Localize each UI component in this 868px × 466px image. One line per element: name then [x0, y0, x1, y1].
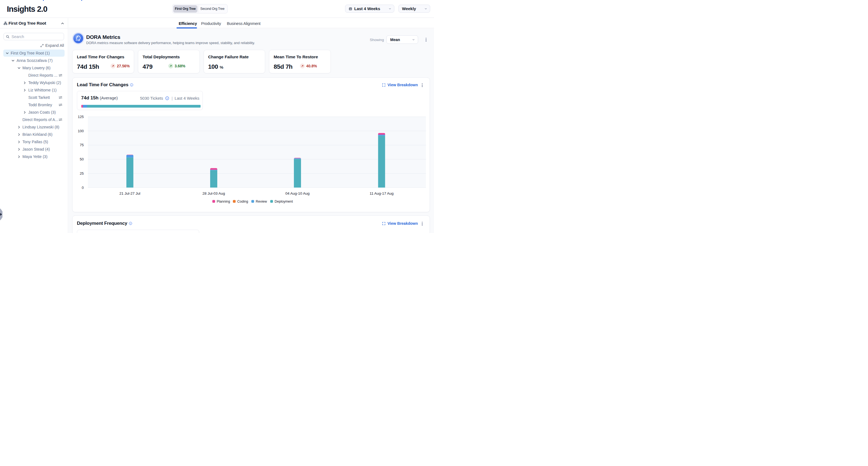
svg-text:28 Jul-03 Aug: 28 Jul-03 Aug [203, 192, 225, 196]
svg-text:Planning: Planning [217, 200, 230, 203]
svg-text:100: 100 [78, 129, 84, 133]
svg-text:Coding: Coding [237, 200, 248, 203]
svg-text:0: 0 [82, 186, 84, 190]
svg-text:Deployment: Deployment [275, 200, 293, 203]
svg-text:50: 50 [80, 157, 84, 161]
svg-text:11 Aug-17 Aug: 11 Aug-17 Aug [370, 192, 394, 196]
svg-text:21 Jul-27 Jul: 21 Jul-27 Jul [119, 192, 141, 196]
svg-text:125: 125 [78, 115, 84, 119]
svg-text:75: 75 [80, 143, 84, 147]
svg-text:04 Aug-10 Aug: 04 Aug-10 Aug [285, 192, 310, 196]
svg-text:25: 25 [80, 171, 84, 175]
svg-text:Review: Review [256, 200, 267, 203]
